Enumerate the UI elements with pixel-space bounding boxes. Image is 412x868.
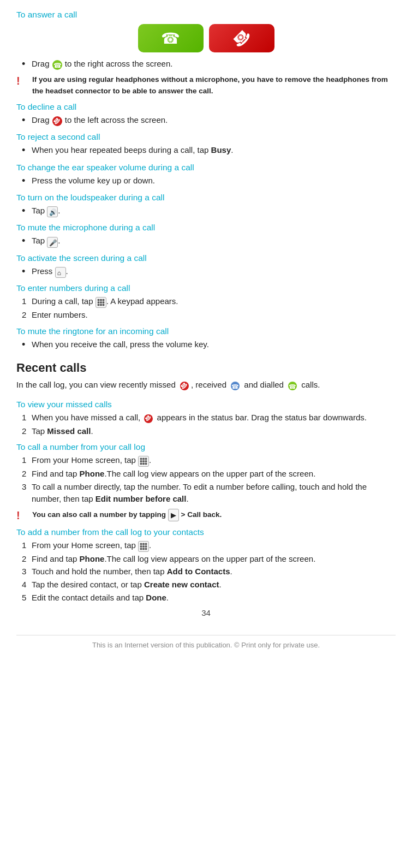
add-to-contacts-step2: 2 Find and tap Phone.The call log view a… (22, 553, 396, 565)
enter-numbers-step1: 1 During a call, tap . A keypad appears. (22, 295, 396, 308)
phone-decline-icon: ☎ (228, 25, 254, 51)
reject-second-call-heading: To reject a second call (16, 132, 396, 142)
mute-mic-heading: To mute the microphone during a call (16, 223, 396, 233)
svg-rect-12 (102, 301, 104, 304)
red-phone-icon: ☎ (52, 115, 63, 127)
ear-volume-instruction: • Press the volume key up or down. (22, 175, 396, 187)
speaker-icon: 🔊 (47, 205, 58, 217)
call-buttons-image: ☎ ☎ (16, 24, 396, 52)
view-missed-calls-heading: To view your missed calls (16, 400, 396, 409)
svg-text:⌂: ⌂ (57, 269, 61, 276)
svg-rect-24 (140, 458, 142, 460)
enter-numbers-step2: 2 Enter numbers. (22, 309, 396, 321)
info-icon: ! (16, 509, 28, 522)
mute-ringtone-instruction: • When you receive the call, press the v… (22, 338, 396, 351)
view-missed-step2: 2 Tap Missed call. (22, 425, 396, 437)
svg-text:🔊: 🔊 (49, 209, 57, 216)
decline-button-image: ☎ (209, 24, 274, 52)
svg-rect-37 (142, 545, 145, 548)
mic-mute-icon: 🎤 (47, 235, 58, 247)
answer-drag-instruction: • Drag ☎ to the right across the screen. (22, 58, 396, 70)
svg-rect-35 (145, 543, 147, 545)
reject-second-call-instruction: • When you hear repeated beeps during a … (22, 144, 396, 157)
dialled-call-icon-inline: ☎ (287, 379, 298, 392)
svg-rect-29 (145, 461, 147, 463)
add-to-contacts-heading: To add a number from the call log to you… (16, 527, 396, 537)
apps-grid-icon-1 (138, 455, 149, 467)
add-to-contacts-step5: 5 Edit the contact details and tap Done. (22, 592, 396, 604)
call-from-log-step2: 2 Find and tap Phone.The call log view a… (22, 468, 396, 480)
missed-status-icon: ☎ (144, 412, 153, 424)
svg-rect-38 (145, 545, 147, 548)
svg-text:☎: ☎ (231, 383, 239, 390)
svg-rect-30 (140, 463, 142, 465)
svg-rect-9 (102, 299, 104, 301)
page-title: To answer a call (16, 10, 396, 20)
page-number: 34 (16, 608, 396, 617)
ear-volume-heading: To change the ear speaker volume during … (16, 163, 396, 173)
svg-rect-33 (140, 543, 142, 545)
svg-rect-7 (97, 299, 99, 301)
svg-rect-36 (140, 545, 142, 548)
svg-rect-31 (142, 463, 145, 465)
call-from-log-step1: 1 From your Home screen, tap . (22, 454, 396, 467)
svg-rect-28 (142, 461, 145, 463)
call-from-log-heading: To call a number from your call log (16, 442, 396, 452)
answer-button-image: ☎ (138, 24, 204, 52)
svg-rect-41 (145, 548, 147, 550)
received-call-icon-inline: ☎ (230, 379, 241, 392)
svg-rect-11 (100, 301, 102, 304)
warning-headphones: ! If you are using regular headphones wi… (16, 74, 396, 97)
svg-text:☎: ☎ (53, 62, 61, 69)
info-callback-note: ! You can also call a number by tapping … (16, 509, 396, 522)
home-icon: ⌂ (55, 266, 66, 278)
mute-mic-instruction: • Tap 🎤 . (22, 235, 396, 247)
activate-screen-heading: To activate the screen during a call (16, 253, 396, 263)
svg-rect-13 (97, 304, 99, 306)
arrow-right-icon: ▶ (168, 509, 179, 522)
warning-icon: ! (16, 75, 28, 87)
svg-text:🎤: 🎤 (49, 239, 57, 246)
add-to-contacts-step4: 4 Tap the desired contact, or tap Create… (22, 579, 396, 591)
svg-text:☎: ☎ (289, 383, 296, 390)
mute-ringtone-heading: To mute the ringtone for an incoming cal… (16, 326, 396, 336)
recent-calls-heading: Recent calls (16, 361, 396, 375)
svg-rect-25 (142, 458, 145, 460)
activate-screen-instruction: • Press ⌂ . (22, 265, 396, 278)
green-phone-icon: ☎ (52, 58, 63, 70)
loudspeaker-heading: To turn on the loudspeaker during a call (16, 193, 396, 203)
keypad-icon (95, 296, 106, 308)
enter-numbers-heading: To enter numbers during a call (16, 283, 396, 293)
svg-rect-15 (102, 304, 104, 306)
view-missed-step1: 1 When you have missed a call, ☎ appears… (22, 412, 396, 424)
svg-rect-26 (145, 458, 147, 460)
svg-rect-39 (140, 548, 142, 550)
svg-rect-8 (100, 299, 102, 301)
phone-answer-icon: ☎ (161, 29, 180, 47)
svg-text:☎: ☎ (179, 381, 189, 390)
decline-drag-instruction: • Drag ☎ to the left across the screen. (22, 114, 396, 127)
add-to-contacts-step3: 3 Touch and hold the number, then tap Ad… (22, 566, 396, 578)
call-from-log-step3: 3 To call a number directly, tap the num… (22, 481, 396, 505)
recent-calls-intro: In the call log, you can view recently m… (16, 379, 396, 391)
svg-rect-10 (97, 301, 99, 304)
add-to-contacts-step1: 1 From your Home screen, tap . (22, 539, 396, 552)
missed-call-icon-inline: ☎ (179, 379, 190, 392)
svg-rect-32 (145, 463, 147, 465)
svg-rect-27 (140, 461, 142, 463)
svg-rect-14 (100, 304, 102, 306)
apps-grid-icon-2 (138, 540, 149, 552)
decline-call-heading: To decline a call (16, 102, 396, 112)
svg-rect-34 (142, 543, 145, 545)
svg-rect-40 (142, 548, 145, 550)
loudspeaker-instruction: • Tap 🔊 . (22, 205, 396, 217)
page-footer: This is an Internet version of this publ… (16, 635, 396, 649)
